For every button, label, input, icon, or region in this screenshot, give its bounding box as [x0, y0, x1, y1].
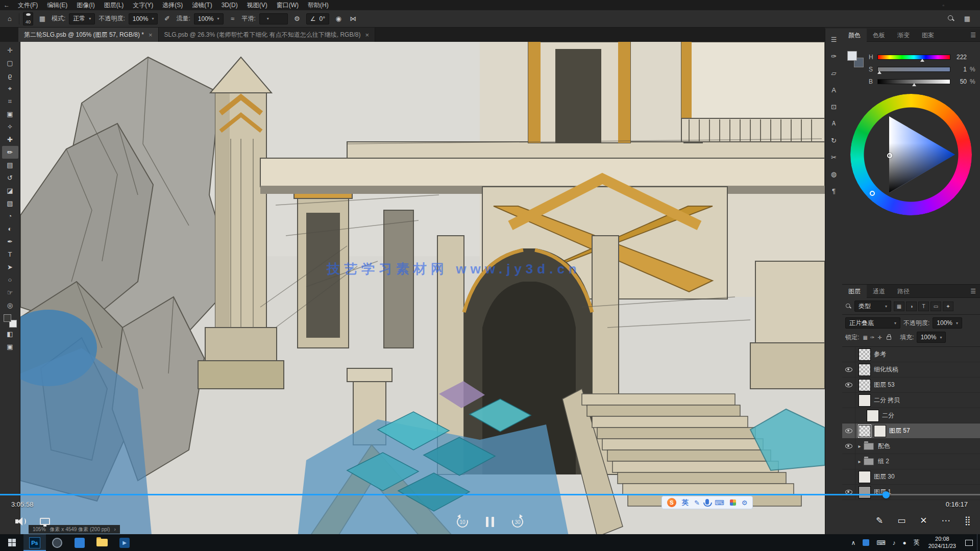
- taskbar-app-docs[interactable]: [68, 534, 91, 551]
- hue-value[interactable]: 222: [953, 54, 967, 61]
- layer-row[interactable]: ▸ 组 2: [842, 454, 980, 469]
- layer-name[interactable]: 组 2: [878, 457, 889, 466]
- virtual-keyboard-icon[interactable]: ⌨: [715, 499, 724, 507]
- comments-panel-icon[interactable]: ◍: [828, 169, 840, 179]
- ime-skin-icon[interactable]: [730, 499, 736, 506]
- pen-tool[interactable]: ✒: [2, 235, 18, 248]
- layer-name[interactable]: 细化线稿: [874, 365, 898, 374]
- home-icon[interactable]: ⌂: [4, 13, 15, 25]
- path-select-tool[interactable]: ➤: [2, 261, 18, 273]
- clone-stamp-tool[interactable]: ▤: [2, 159, 18, 171]
- layer-row[interactable]: ▸ 参考: [842, 347, 980, 362]
- brightness-slider[interactable]: [877, 79, 950, 84]
- layer-thumbnail[interactable]: [859, 394, 871, 407]
- panel-menu-icon[interactable]: ☰: [966, 288, 980, 295]
- back-arrow-icon[interactable]: ←: [0, 2, 13, 9]
- layer-visibility-toggle[interactable]: [842, 423, 855, 438]
- layer-filter-select[interactable]: 类型▾: [854, 300, 891, 312]
- taskbar-app-photoshop[interactable]: Ps: [23, 534, 46, 551]
- layer-thumbnail[interactable]: [859, 379, 871, 391]
- filter-pixel-icon[interactable]: ▦: [894, 302, 904, 311]
- fullscreen-icon[interactable]: [40, 518, 50, 525]
- menu-item[interactable]: 帮助(H): [303, 0, 333, 10]
- color-wheel[interactable]: [850, 94, 972, 215]
- layer-visibility-toggle[interactable]: [842, 362, 855, 377]
- window-restore-icon[interactable]: ▫: [942, 3, 944, 8]
- layer-thumbnail[interactable]: [859, 471, 871, 483]
- filter-adjustment-icon[interactable]: ◑: [906, 302, 917, 311]
- layer-row[interactable]: ▸ 图层 57: [842, 423, 980, 439]
- hue-slider[interactable]: [877, 55, 950, 60]
- start-button[interactable]: [0, 534, 23, 551]
- pressure-opacity-icon[interactable]: ✐: [161, 13, 173, 25]
- whiteboard-icon[interactable]: ▭: [897, 515, 905, 526]
- pressure-size-icon[interactable]: ◉: [333, 13, 344, 25]
- foreground-color-swatch[interactable]: [847, 51, 857, 61]
- layer-visibility-toggle[interactable]: [842, 469, 855, 484]
- layer-thumbnail[interactable]: [859, 348, 871, 361]
- libraries-panel-icon[interactable]: ⊡: [828, 102, 840, 111]
- layer-fill-select[interactable]: 100%▾: [917, 332, 946, 343]
- frame-tool[interactable]: ▣: [2, 108, 18, 120]
- zoom-level[interactable]: 105%: [33, 527, 46, 532]
- brush-angle-field[interactable]: ∠0°: [306, 13, 329, 24]
- collapse-arrows-icon[interactable]: ✕: [920, 515, 927, 526]
- panel-tab[interactable]: 图案: [916, 29, 940, 42]
- opacity-select[interactable]: 100%▾: [129, 13, 158, 24]
- brightness-value[interactable]: 50: [953, 78, 967, 85]
- healing-brush-tool[interactable]: ✚: [2, 133, 18, 146]
- eyedropper-tool[interactable]: ✧: [2, 120, 18, 133]
- lock-image-icon[interactable]: ✑: [869, 335, 876, 340]
- rewind-10-button[interactable]: 10: [455, 514, 470, 530]
- brush-tool[interactable]: ✏: [2, 146, 18, 159]
- hue-ring-marker[interactable]: [870, 191, 875, 196]
- layer-name[interactable]: 配色: [878, 442, 890, 450]
- layer-row[interactable]: ▸ 二分: [842, 408, 980, 423]
- saturation-slider[interactable]: [877, 67, 950, 72]
- search-icon[interactable]: [948, 15, 954, 22]
- rotate-view-panel-icon[interactable]: ↻: [828, 136, 840, 145]
- menu-item[interactable]: 编辑(E): [42, 0, 72, 10]
- marquee-tool[interactable]: ▢: [2, 57, 18, 69]
- menu-item[interactable]: 图像(I): [72, 0, 99, 10]
- hand-tool[interactable]: ☞: [2, 286, 18, 299]
- layer-visibility-toggle[interactable]: [842, 439, 855, 454]
- smoothing-gear-icon[interactable]: ⚙: [291, 13, 303, 25]
- layer-name[interactable]: 二分: [882, 411, 894, 420]
- annotate-pen-icon[interactable]: ✎: [876, 515, 883, 526]
- brush-settings-panel-icon[interactable]: ✑: [828, 52, 840, 61]
- tray-sogou-icon[interactable]: [863, 539, 869, 546]
- document-tab[interactable]: SLG.psb @ 26.3% (老师帮忙看下细化 有点不知道怎么往下继续, R…: [159, 28, 376, 42]
- saturation-value[interactable]: 1: [953, 66, 967, 73]
- show-desktop-button[interactable]: [977, 534, 980, 551]
- group-expand-icon[interactable]: ▸: [856, 459, 863, 464]
- video-progress-knob[interactable]: [883, 491, 890, 498]
- crop-tool[interactable]: ⌗: [2, 95, 18, 108]
- panel-tab[interactable]: 渐变: [891, 29, 916, 42]
- layer-thumbnail[interactable]: [859, 486, 871, 498]
- layer-name[interactable]: 图层 57: [889, 427, 910, 435]
- layer-name[interactable]: 参考: [874, 350, 886, 359]
- clone-source-panel-icon[interactable]: ▱: [828, 68, 840, 78]
- notes-panel-icon[interactable]: ✂: [828, 153, 840, 162]
- menu-item[interactable]: 图层(L): [100, 0, 129, 10]
- menu-item[interactable]: 文字(Y): [128, 0, 158, 10]
- forward-30-button[interactable]: 30: [510, 514, 525, 530]
- tray-language-indicator[interactable]: 英: [910, 538, 923, 547]
- airbrush-icon[interactable]: ≈: [227, 13, 238, 25]
- volume-icon[interactable]: [15, 517, 27, 525]
- symmetry-icon[interactable]: ⋈: [348, 13, 359, 25]
- layer-visibility-toggle[interactable]: [842, 485, 855, 499]
- quick-mask-button[interactable]: ◧: [2, 328, 18, 340]
- grid-handle-icon[interactable]: ⣿: [965, 515, 971, 526]
- flow-select[interactable]: 100%▾: [194, 13, 224, 24]
- menu-item[interactable]: 视图(V): [242, 0, 272, 10]
- layer-name[interactable]: 图层 53: [874, 381, 895, 389]
- tray-keyboard-icon[interactable]: ⌨: [873, 539, 889, 546]
- layer-mask-thumbnail[interactable]: [874, 425, 886, 437]
- more-options-icon[interactable]: ⋯: [942, 515, 950, 526]
- brush-settings-toggle-icon[interactable]: ▦: [37, 13, 48, 25]
- blend-mode-select[interactable]: 正常▾: [69, 13, 95, 24]
- blur-tool[interactable]: ◔: [2, 210, 18, 222]
- taskbar-app-explorer[interactable]: [91, 534, 113, 551]
